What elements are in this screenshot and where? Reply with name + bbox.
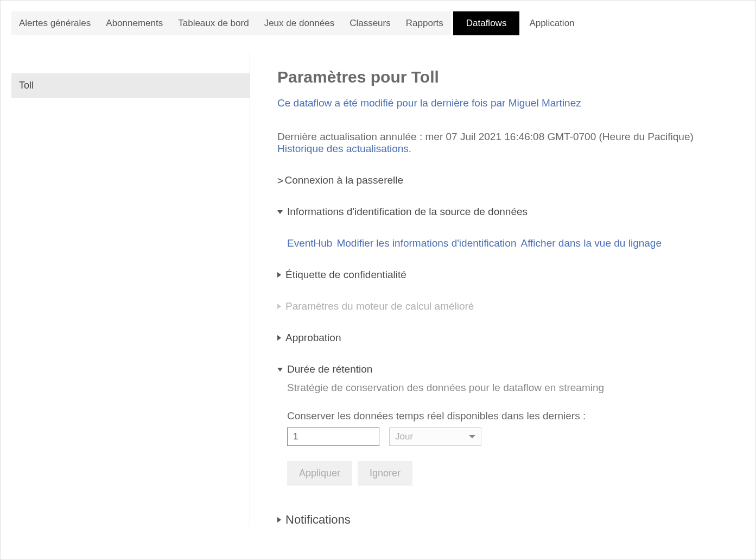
notifications-label: Notifications — [285, 513, 351, 527]
endorsement-header[interactable]: Approbation — [277, 332, 739, 344]
caret-down-icon — [277, 210, 283, 214]
retention-subtitle: Stratégie de conservation des données po… — [287, 382, 739, 394]
retention-header[interactable]: Durée de rétention — [277, 363, 739, 375]
endorsement-label: Approbation — [285, 332, 341, 344]
retention-body: Stratégie de conservation des données po… — [287, 382, 739, 486]
caret-right-icon: > — [277, 174, 283, 186]
modified-by-link[interactable]: Ce dataflow a été modifié pour la derniè… — [277, 97, 739, 109]
content-area: Toll Paramètres pour Toll Ce dataflow a … — [1, 52, 755, 527]
section-sensitivity-label: Étiquette de confidentialité — [277, 269, 739, 281]
page-title: Paramètres pour Toll — [277, 68, 739, 86]
retention-unit-text: Jour — [395, 431, 413, 442]
refresh-block: Dernière actualisation annulée : mer 07 … — [277, 131, 739, 155]
enhanced-engine-header: Paramètres du moteur de calcul amélioré — [277, 300, 739, 312]
sidebar: Toll — [1, 52, 250, 527]
refresh-history-link[interactable]: Historique des actualisations — [277, 143, 409, 154]
retention-unit-select[interactable]: Jour — [389, 427, 481, 446]
tab-datasets[interactable]: Jeux de données — [257, 11, 342, 35]
notifications-header[interactable]: Notifications — [277, 513, 739, 527]
tabs-bar: Alertes générales Abonnements Tableaux d… — [1, 1, 755, 35]
sensitivity-label-text: Étiquette de confidentialité — [285, 269, 406, 281]
main-panel: Paramètres pour Toll Ce dataflow a été m… — [250, 52, 755, 527]
tab-subscriptions[interactable]: Abonnements — [98, 11, 170, 35]
last-refresh-text: Dernière actualisation annulée : mer 07 … — [277, 131, 694, 142]
tab-reports[interactable]: Rapports — [398, 11, 451, 35]
retention-buttons: Appliquer Ignorer — [287, 461, 739, 486]
enhanced-engine-label: Paramètres du moteur de calcul amélioré — [285, 300, 474, 312]
tab-workbooks[interactable]: Classeurs — [342, 11, 398, 35]
caret-right-icon — [277, 335, 281, 341]
discard-button[interactable]: Ignorer — [358, 461, 412, 486]
ds-credentials-label: Informations d'identification de la sour… — [287, 206, 528, 218]
apply-button[interactable]: Appliquer — [287, 461, 352, 486]
section-retention: Durée de rétention Stratégie de conserva… — [277, 363, 739, 486]
gateway-connection-label: Connexion à la passerelle — [284, 174, 403, 186]
retention-keep-label: Conserver les données temps réel disponi… — [287, 410, 739, 422]
tab-application[interactable]: Application — [522, 11, 582, 35]
retention-value-input[interactable] — [287, 427, 379, 446]
section-endorsement: Approbation — [277, 332, 739, 344]
sidebar-item-toll[interactable]: Toll — [11, 73, 250, 98]
tab-general-alerts[interactable]: Alertes générales — [11, 11, 98, 35]
caret-right-icon — [277, 517, 281, 523]
retention-inputs: Jour — [287, 427, 739, 446]
section-ds-credentials: Informations d'identification de la sour… — [277, 206, 739, 249]
period: . — [409, 143, 411, 154]
ds-source-name: EventHub — [287, 237, 332, 249]
retention-title-label: Durée de rétention — [287, 363, 372, 375]
caret-right-icon — [277, 272, 281, 278]
section-gateway-connection: > Connexion à la passerelle — [277, 174, 739, 186]
section-enhanced-engine: Paramètres du moteur de calcul amélioré — [277, 300, 739, 312]
chevron-down-icon — [469, 435, 475, 438]
tab-dataflows[interactable]: Dataflows — [453, 11, 520, 35]
ds-credentials-body: EventHub Modifier les informations d'ide… — [287, 237, 739, 249]
lineage-view-link[interactable]: Afficher dans la vue du lignage — [520, 237, 662, 249]
sensitivity-label-header[interactable]: Étiquette de confidentialité — [277, 269, 739, 281]
caret-right-icon — [277, 304, 281, 309]
ds-credentials-header[interactable]: Informations d'identification de la sour… — [277, 206, 739, 218]
tab-dashboards[interactable]: Tableaux de bord — [170, 11, 256, 35]
section-notifications: Notifications — [277, 513, 739, 527]
caret-down-icon — [277, 368, 283, 372]
gateway-connection-header[interactable]: > Connexion à la passerelle — [277, 174, 739, 186]
edit-credentials-link[interactable]: Modifier les informations d'identificati… — [336, 237, 516, 249]
